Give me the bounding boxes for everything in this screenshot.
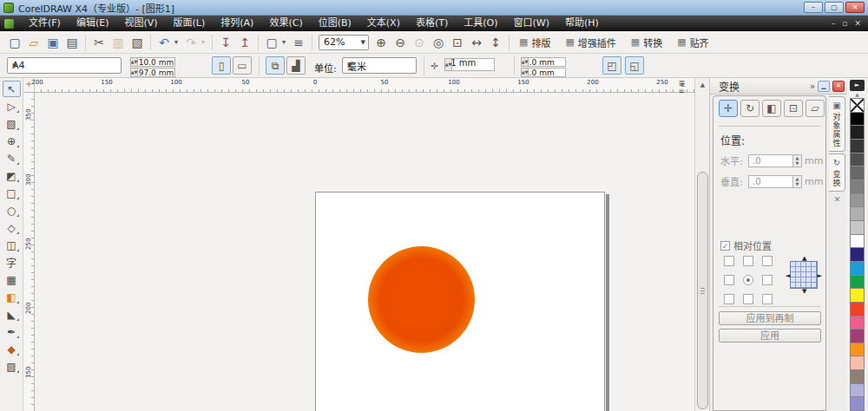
print-icon[interactable]: ▤	[63, 34, 81, 51]
title-bar[interactable]: CorelDRAW X4（专业版）- [图形1] – ▢ ✕	[0, 0, 868, 16]
duplicate-y-stepper[interactable]: ▲▼	[521, 68, 529, 77]
checkbox-check-icon[interactable]: ✓	[720, 241, 730, 251]
docker-options-icon[interactable]: »	[810, 82, 815, 91]
docker-close-button[interactable]: ✕	[832, 81, 845, 92]
plugins-button[interactable]: ▦增强插件	[561, 34, 622, 51]
polygon-tool[interactable]: ◇	[3, 219, 21, 236]
docker-header[interactable]: 变换 » ▁ ✕	[710, 78, 847, 95]
freehand-tool[interactable]: ✎	[3, 150, 21, 166]
tabstrip-close-icon[interactable]: ✕	[829, 193, 845, 204]
menu-item-7[interactable]: 文本(X)	[359, 16, 408, 31]
transform-position-button[interactable]: ✛	[719, 100, 738, 117]
save-icon[interactable]: ▣	[44, 34, 62, 51]
anchor-point-0[interactable]	[724, 256, 734, 266]
interactive-fill-tool[interactable]: ▨	[3, 358, 21, 375]
docker-collapse-button[interactable]: ▁	[818, 81, 830, 92]
ellipse-tool[interactable]: ○	[3, 202, 21, 219]
anchor-point-6[interactable]	[724, 294, 734, 304]
basic-shapes-tool[interactable]: ◫	[3, 237, 21, 253]
anchor-point-7[interactable]	[743, 294, 753, 304]
menu-item-9[interactable]: 工具(O)	[456, 16, 505, 31]
import-icon[interactable]: ↧	[217, 34, 234, 51]
anchor-point-3[interactable]	[724, 275, 734, 285]
zoom-out-icon[interactable]: ⊖	[391, 34, 409, 51]
color-swatch-22[interactable]	[850, 396, 865, 411]
minimize-button[interactable]: –	[804, 2, 823, 13]
transform-scale-mirror-button[interactable]: ◧	[762, 100, 781, 117]
menu-item-1[interactable]: 编辑(E)	[69, 16, 117, 31]
color-swatch-18[interactable]	[850, 342, 865, 356]
anchor-point-8[interactable]	[762, 294, 773, 304]
text-tool[interactable]: 字	[3, 254, 21, 271]
new-document-icon[interactable]: ▢	[6, 34, 23, 51]
transform-size-button[interactable]: ⊡	[784, 100, 803, 117]
zoom-tool[interactable]: ⊕	[3, 133, 21, 149]
undo-icon[interactable]: ↶	[155, 34, 173, 51]
application-launcher-icon[interactable]: ▢	[263, 34, 280, 51]
color-swatch-6[interactable]	[850, 179, 865, 193]
zoom-height-icon[interactable]: ↕	[487, 34, 504, 51]
anchor-point-2[interactable]	[762, 256, 773, 266]
apply-button[interactable]: 应用	[719, 329, 821, 342]
transform-rotate-button[interactable]: ↻	[740, 100, 760, 117]
rectangle-tool[interactable]: □	[3, 185, 21, 201]
snap-button[interactable]: ▦贴齐	[673, 34, 715, 51]
color-swatch-20[interactable]	[850, 369, 865, 383]
open-icon[interactable]: ▱	[25, 34, 43, 51]
color-swatch-17[interactable]	[850, 329, 865, 342]
vertical-input[interactable]: .0	[748, 175, 793, 188]
color-swatch-3[interactable]	[850, 139, 865, 153]
export-icon[interactable]: ↥	[236, 34, 253, 51]
palette-scroll-up-icon[interactable]: ▲	[855, 91, 859, 98]
anchor-point-4[interactable]	[743, 275, 753, 285]
color-swatch-13[interactable]	[850, 275, 865, 289]
doc-restore-button[interactable]: ▫	[842, 19, 847, 28]
color-swatch-19[interactable]	[850, 356, 865, 369]
portrait-button[interactable]: ▯	[212, 56, 231, 75]
doc-minimize-button[interactable]: –	[832, 19, 836, 28]
close-button[interactable]: ✕	[845, 2, 865, 13]
crop-tool[interactable]: ▧	[3, 115, 21, 132]
color-swatch-5[interactable]	[850, 166, 865, 179]
color-swatch-2[interactable]	[850, 125, 865, 139]
color-swatch-4[interactable]	[850, 153, 865, 166]
page-height-stepper[interactable]: ▲▼	[130, 68, 138, 77]
blend-tool[interactable]: ◧	[3, 289, 21, 305]
page[interactable]	[315, 192, 605, 411]
color-swatch-10[interactable]	[850, 234, 865, 248]
snap-to-objects-button[interactable]: ◱	[625, 56, 644, 75]
menu-item-10[interactable]: 窗口(W)	[506, 16, 557, 31]
scrollbar-thumb[interactable]	[697, 172, 708, 409]
undo-dropdown-icon[interactable]: ▾	[172, 34, 181, 51]
smart-fill-tool[interactable]: ◩	[3, 167, 21, 184]
menu-item-11[interactable]: 帮助(H)	[557, 16, 607, 31]
menu-item-0[interactable]: 文件(F)	[21, 16, 69, 31]
color-swatch-12[interactable]	[850, 261, 865, 275]
launcher-dropdown-icon[interactable]: ▾	[279, 34, 288, 51]
color-swatch-9[interactable]	[850, 220, 865, 234]
vertical-scrollbar[interactable]: ▲	[694, 78, 709, 411]
color-swatch-14[interactable]	[850, 288, 865, 302]
scroll-up-icon[interactable]: ▲	[697, 80, 708, 91]
menu-item-5[interactable]: 效果(C)	[261, 16, 310, 31]
units-select[interactable]: 毫米 ▼	[342, 57, 417, 74]
maximize-button[interactable]: ▢	[825, 2, 844, 13]
cut-icon[interactable]: ✂	[90, 34, 108, 51]
current-page-button[interactable]: ▟	[286, 56, 306, 75]
color-swatch-8[interactable]	[850, 206, 865, 220]
zoom-width-icon[interactable]: ↔	[468, 34, 485, 51]
anchor-point-5[interactable]	[762, 275, 773, 285]
pick-tool[interactable]: ↖	[3, 81, 21, 97]
swatch-no-color[interactable]	[850, 98, 865, 112]
tab-object-properties[interactable]: ▣对象属性	[829, 96, 845, 152]
eyedropper-tool[interactable]: ◣	[3, 306, 21, 323]
page-width-stepper[interactable]: ▲▼	[130, 57, 138, 67]
color-swatch-21[interactable]	[850, 383, 865, 397]
anchor-point-1[interactable]	[743, 256, 753, 266]
shape-tool[interactable]: ▷	[3, 98, 21, 114]
page-preset-select[interactable]: A4 ▼	[7, 57, 122, 74]
horizontal-ruler[interactable]: 20015010050050100150200250毫米	[35, 78, 694, 93]
palette-flyout-icon[interactable]: ►	[850, 80, 865, 91]
landscape-button[interactable]: ▭	[233, 56, 252, 75]
transform-skew-button[interactable]: ▱	[806, 100, 825, 117]
